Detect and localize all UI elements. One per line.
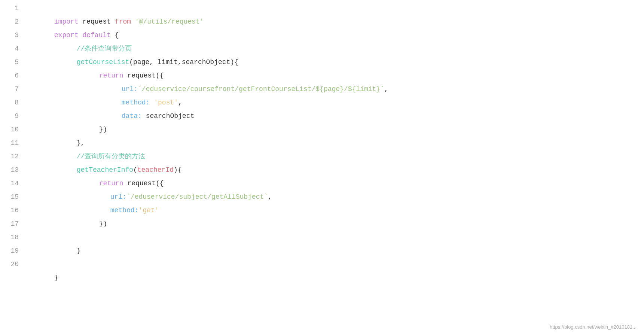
line-numbers-gutter: 1 2 3 4 5 6 7 8 9 10 11 12 13 14 15 16 1… <box>0 0 26 335</box>
line-num-10: 10 <box>0 123 19 136</box>
line-num-2: 2 <box>0 15 19 28</box>
line-num-14: 14 <box>0 177 19 190</box>
line-num-9: 9 <box>0 109 19 123</box>
code-line-12: getTeacherInfo(teacherId){ <box>30 150 644 163</box>
line-num-15: 15 <box>0 190 19 204</box>
code-line-2: export default { <box>30 15 644 28</box>
code-line-14: url:`/eduservice/subject/getAllSubject`, <box>30 177 644 190</box>
line-num-3: 3 <box>0 28 19 42</box>
line-num-13: 13 <box>0 163 19 177</box>
code-line-13: return request({ <box>30 163 644 177</box>
code-line-16: }) <box>30 204 644 217</box>
line-num-16: 16 <box>0 204 19 217</box>
line-num-7: 7 <box>0 82 19 96</box>
code-line-3: //条件查询带分页 <box>30 28 644 42</box>
line-num-5: 5 <box>0 55 19 69</box>
line-num-17: 17 <box>0 217 19 231</box>
token-close4: } <box>54 274 58 281</box>
code-line-18: } <box>30 231 644 244</box>
code-line-7: method: 'post', <box>30 82 644 96</box>
code-body[interactable]: import request from '@/utils/request' ex… <box>26 0 644 335</box>
code-line-11: //查询所有分类的方法 <box>30 136 644 150</box>
line-num-8: 8 <box>0 96 19 109</box>
code-line-10: }, <box>30 123 644 136</box>
line-num-4: 4 <box>0 42 19 55</box>
line-num-11: 11 <box>0 136 19 150</box>
line-num-1: 1 <box>0 1 19 15</box>
code-line-19 <box>30 244 644 258</box>
line-num-6: 6 <box>0 69 19 82</box>
watermark-text: https://blog.csdn.net/weixin_#2010181... <box>550 323 637 331</box>
line-num-12: 12 <box>0 150 19 163</box>
code-line-5: return request({ <box>30 55 644 69</box>
code-line-4: getCourseList(page, limit,searchObject){ <box>30 42 644 55</box>
code-line-1: import request from '@/utils/request' <box>30 1 644 15</box>
code-line-15: method:'get' <box>30 190 644 204</box>
line-num-18: 18 <box>0 231 19 244</box>
line-num-19: 19 <box>0 244 19 258</box>
code-line-6: url:`/eduservice/coursefront/getFrontCou… <box>30 69 644 82</box>
code-line-9: }) <box>30 109 644 123</box>
code-line-20: } <box>30 258 644 271</box>
code-editor: 1 2 3 4 5 6 7 8 9 10 11 12 13 14 15 16 1… <box>0 0 644 335</box>
code-line-8: data: searchObject <box>30 96 644 109</box>
line-num-20: 20 <box>0 258 19 271</box>
code-line-17 <box>30 217 644 231</box>
